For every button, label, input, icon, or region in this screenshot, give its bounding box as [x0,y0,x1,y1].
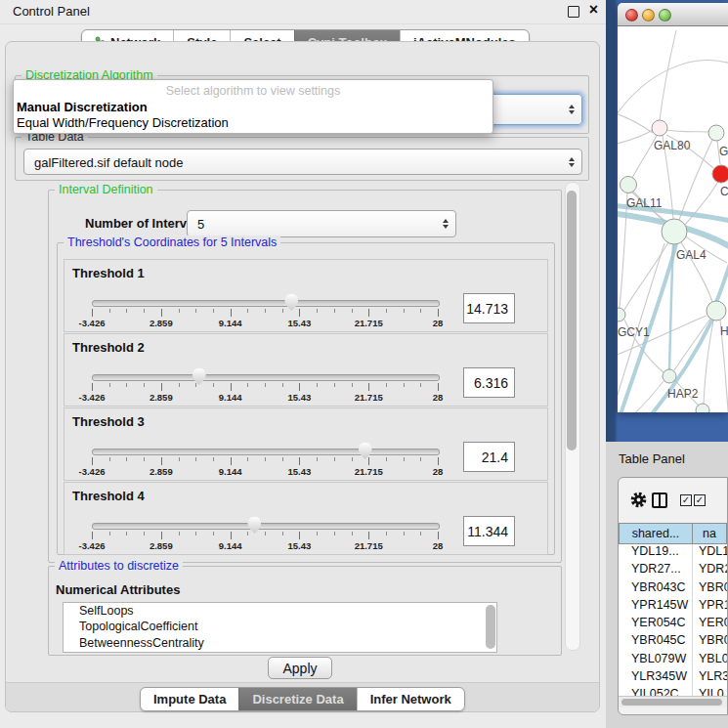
split-columns-icon[interactable] [652,492,667,508]
float-panel-icon[interactable] [568,6,579,18]
close-button[interactable] [625,9,638,21]
group-title: Threshold's Coordinates for 5 Intervals [64,236,280,249]
table-hscrollbar-thumb[interactable] [621,699,722,706]
network-node-bottom-partial[interactable] [696,404,709,412]
dropdown-option-manual[interactable]: Manual Discretization [17,100,148,114]
table-cell: YPR1 [693,598,727,616]
table-panel-title: Table Panel [619,451,685,466]
right-region: GAL80GACGAL11GAL4GCY1HHAP2 Table Panel [606,0,728,728]
threshold-value-field[interactable]: 6.316 [463,367,515,398]
attribute-list-item[interactable]: BetweennessCentrality [64,635,496,651]
network-canvas[interactable]: GAL80GACGAL11GAL4GCY1HHAP2 [618,26,728,412]
network-node-gcy1[interactable] [618,308,625,321]
network-node-gal11[interactable] [621,177,637,193]
threshold-value-field[interactable]: 21.4 [463,442,515,472]
slider-tick-label: -3.426 [79,392,106,403]
network-node-label: HAP2 [667,387,699,401]
table-row[interactable]: YDR27...YDR2 [619,562,727,579]
slider-tick-label: 21.715 [355,392,383,403]
checkbox-icon[interactable] [680,494,692,506]
table-cell: YBL079W [619,652,693,669]
slider-tick-label: -3.426 [79,466,106,477]
threshold-label: Threshold 1 [72,266,145,280]
network-node-red-node[interactable] [712,165,728,183]
slider-track[interactable] [92,449,440,455]
slider-track[interactable] [92,374,440,381]
slider-tick-label: 21.715 [355,466,383,477]
close-panel-icon[interactable]: × [589,1,598,19]
panel-scrollbar[interactable] [565,182,580,651]
dropdown-option-equal-width[interactable]: Equal Width/Frequency Discretization [17,115,229,130]
tab-impute-data[interactable]: Impute Data [141,688,238,710]
network-node-label: H [720,324,728,338]
control-panel-window: Control Panel × NetworkStyleSelectCyni T… [0,0,606,728]
slider-track[interactable] [92,300,440,307]
network-window-titlebar[interactable] [618,3,728,26]
slider-tick-label: 15.43 [288,466,312,477]
slider-tick-label: 28 [433,318,444,328]
combo-value: galFiltered.sif default node [34,154,183,169]
combo-stepper-icon [569,157,575,167]
zoom-button[interactable] [659,9,671,21]
algorithm-dropdown-popup: Select algorithm to view settings Manual… [13,79,493,134]
table-cell: YDL19... [619,544,693,562]
slider-tick-label: 9.144 [219,466,242,477]
dropdown-placeholder: Select algorithm to view settings [14,84,492,98]
table-horizontal-scrollbar[interactable] [619,696,727,707]
interval-definition-group: Interval Definition Number of Intervals … [48,190,562,563]
attribute-list-item[interactable]: SelfLoops [64,603,496,619]
network-node-label: GAL11 [626,196,663,210]
list-scrollbar-thumb[interactable] [486,605,495,649]
table-header-cell[interactable]: na [693,523,727,544]
slider-tick-label: 2.859 [150,466,173,477]
table-row[interactable]: YBR045CYBR0 [619,633,727,651]
table-cell: YER0 [693,616,727,633]
tab-infer-network[interactable]: Infer Network [357,688,464,710]
network-node-hap2[interactable] [663,369,676,383]
slider-tick-label: 15.43 [288,540,312,551]
table-row[interactable]: YBL079WYBL0 [619,652,727,669]
minimize-button[interactable] [642,9,655,21]
table-data-combobox[interactable]: galFiltered.sif default node [23,149,582,175]
table-row[interactable]: YER054CYER0 [619,616,727,633]
tab-discretize-data[interactable]: Discretize Data [238,688,356,710]
numerical-attributes-label: Numerical Attributes [56,582,180,597]
table-header-cell[interactable]: shared... [619,523,693,544]
settings-gear-icon[interactable] [630,492,647,508]
table-row[interactable]: YPR145WYPR1 [619,598,727,616]
apply-button[interactable]: Apply [268,657,332,679]
table-rows: YDL19...YDL1YDR27...YDR2YBR043CYBR0YPR14… [619,544,727,696]
table-cell: YIL052C [619,687,693,696]
slider-tick-label: 2.859 [150,540,173,551]
table-cell: YDL1 [693,544,727,562]
table-header-row: shared...na [619,523,727,544]
table-cell: YBL0 [693,652,727,669]
slider-track[interactable] [92,523,440,530]
slider-tick-label: 9.144 [219,318,242,328]
slider-tick-label: 9.144 [219,392,242,403]
network-node-gal4[interactable] [662,219,687,244]
table-row[interactable]: YDL19...YDL1 [619,544,727,562]
slider-tick-label: 15.43 [288,392,312,403]
threshold-value-field[interactable]: 11.344 [463,516,515,546]
table-toolbar [619,478,727,523]
table-row[interactable]: YBR043CYBR0 [619,580,727,598]
table-row[interactable]: YIL052CYIL0 [619,687,727,696]
panel-scrollbar-thumb[interactable] [567,191,577,450]
numerical-attributes-list[interactable]: SelfLoopsTopologicalCoefficientBetweenne… [63,602,497,653]
num-intervals-combobox[interactable]: 5 [187,210,456,237]
slider-tick-label: 2.859 [150,392,173,403]
network-node-h-node[interactable] [707,301,726,321]
table-cell: YDR2 [693,562,727,579]
attribute-list-item[interactable]: TopologicalCoefficient [64,619,496,634]
slider-major-ticks [92,532,440,539]
threshold-value-field[interactable]: 14.713 [463,293,515,323]
threshold-label: Threshold 3 [72,414,145,429]
network-node-gal80[interactable] [652,120,667,136]
network-node-top-right[interactable] [708,125,724,141]
threshold-panel-1: Threshold 1-3.4262.8599.14415.4321.71528… [64,259,548,332]
attributes-group: Attributes to discretize Numerical Attri… [48,566,562,656]
slider-major-ticks [92,457,440,465]
checkbox-icon[interactable] [694,494,706,506]
table-row[interactable]: YLR345WYLR3 [619,669,727,687]
